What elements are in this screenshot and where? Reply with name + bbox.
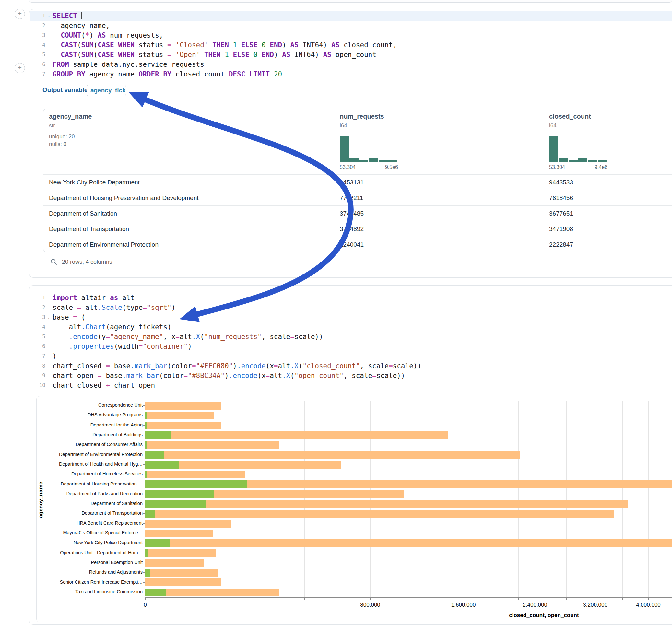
sql-code-editor[interactable]: 1⌄SELECT 2 agency_name,3 COUNT(*) AS num… <box>30 11 672 79</box>
closed_count-bar[interactable] <box>145 441 279 449</box>
table-cell[interactable]: Department of Housing Preservation and D… <box>49 194 199 201</box>
python-line[interactable]: 6 .properties(width="container") <box>30 342 672 351</box>
python-line[interactable]: 1 import altair as alt <box>30 293 672 303</box>
open_count-bar[interactable] <box>145 470 147 478</box>
closed_count-bar[interactable] <box>145 500 628 508</box>
python-line[interactable]: 9 chart_open = base.mark_bar(color="#8BC… <box>30 371 672 381</box>
python-line[interactable]: 2 scale = alt.Scale(type="sqrt") <box>30 303 672 312</box>
add-cell-button-middle[interactable]: + <box>15 63 25 73</box>
open_count-bar[interactable] <box>145 461 179 468</box>
sql-line[interactable]: 3 COUNT(*) AS num_requests, <box>30 30 672 40</box>
column-histogram[interactable] <box>340 137 398 162</box>
python-line[interactable]: 4 alt.Chart(agency_tickets) <box>30 322 672 332</box>
python-line[interactable]: 3⌄base = ( <box>30 312 672 322</box>
closed_count-bar[interactable] <box>145 470 245 478</box>
column-header-num_requests[interactable]: num_requests <box>340 113 384 120</box>
table-cell[interactable]: 2240041 <box>340 241 364 248</box>
x-axis-tick <box>661 598 661 600</box>
table-cell[interactable]: Department of Sanitation <box>49 210 117 217</box>
search-icon[interactable] <box>50 258 57 265</box>
sql-line[interactable]: 4 CAST(SUM(CASE WHEN status = 'Closed' T… <box>30 40 672 50</box>
column-type: i64 <box>549 122 557 129</box>
table-cell[interactable]: 7618456 <box>549 194 573 201</box>
sql-line[interactable]: 6 FROM sample_data.nyc.service_requests <box>30 59 672 69</box>
sql-line[interactable]: 5 CAST(SUM(CASE WHEN status = 'Open' THE… <box>30 50 672 59</box>
closed_count-bar[interactable] <box>145 431 448 439</box>
gutter-spacer <box>45 21 52 30</box>
open_count-bar[interactable] <box>145 431 171 439</box>
table-cell[interactable]: 9443533 <box>549 179 573 186</box>
table-cell[interactable]: 2222847 <box>549 241 573 248</box>
open_count-bar[interactable] <box>145 441 147 449</box>
open_count-bar[interactable] <box>145 510 154 517</box>
x-axis-tick-label: 4,000,000 <box>629 602 668 608</box>
histogram-bar <box>578 158 587 162</box>
python-line[interactable]: 8 chart_closed = base.mark_bar(color="#F… <box>30 361 672 371</box>
add-cell-button-top[interactable]: + <box>15 9 25 19</box>
table-cell[interactable]: 3471908 <box>549 225 573 233</box>
python-code-editor[interactable]: 1 import altair as alt2 scale = alt.Scal… <box>30 293 672 390</box>
y-axis-label: DHS Advantage Programs <box>42 412 143 417</box>
column-header-agency_name[interactable]: agency_name <box>49 113 92 120</box>
open_count-bar[interactable] <box>145 480 247 488</box>
closed_count-bar[interactable] <box>145 569 218 577</box>
closed_count-bar[interactable] <box>145 520 231 528</box>
chart-row <box>145 401 672 411</box>
open_count-bar[interactable] <box>145 549 148 557</box>
open_count-bar[interactable] <box>145 490 214 498</box>
closed_count-bar[interactable] <box>145 549 216 557</box>
open_count-bar[interactable] <box>145 500 206 508</box>
table-cell[interactable]: 7782211 <box>340 194 363 201</box>
chart-row <box>145 411 672 420</box>
code-text: alt.Chart(agency_tickets) <box>52 322 171 332</box>
closed_count-bar[interactable] <box>145 530 213 537</box>
gutter-spacer <box>45 332 52 342</box>
closed_count-bar[interactable] <box>145 402 221 410</box>
closed_count-bar[interactable] <box>145 539 672 547</box>
closed_count-bar[interactable] <box>145 510 614 517</box>
column-histogram[interactable] <box>549 137 607 162</box>
closed_count-bar[interactable] <box>145 579 221 586</box>
closed_count-bar[interactable] <box>145 412 214 419</box>
table-footer-text: 20 rows, 4 columns <box>62 259 112 265</box>
table-cell[interactable]: Department of Transportation <box>49 225 129 233</box>
closed_count-bar[interactable] <box>145 421 221 429</box>
table-cell[interactable]: New York City Police Department <box>49 179 140 186</box>
python-line[interactable]: 7 ) <box>30 351 672 361</box>
output-variable-input[interactable]: agency_tickets <box>87 84 126 96</box>
x-axis-tick <box>340 598 340 600</box>
closed_count-bar[interactable] <box>145 559 204 567</box>
code-text: .encode(y="agency_name", x=alt.X("num_re… <box>52 332 323 342</box>
sql-line[interactable]: 7 GROUP BY agency_name ORDER BY closed_c… <box>30 69 672 79</box>
column-header-closed_count[interactable]: closed_count <box>549 113 591 120</box>
python-line[interactable]: 5 .encode(y="agency_name", x=alt.X("num_… <box>30 332 672 342</box>
open_count-bar[interactable] <box>145 421 147 429</box>
open_count-bar[interactable] <box>145 569 150 577</box>
y-axis-label: Operations Unit - Department of Hom… <box>42 550 143 555</box>
gutter-spacer <box>45 361 52 371</box>
table-footer[interactable]: 20 rows, 4 columns <box>50 258 112 265</box>
chart-row <box>145 519 672 529</box>
x-axis-tick <box>595 598 596 600</box>
open_count-bar[interactable] <box>145 451 164 459</box>
y-axis-label: Refunds and Adjustments <box>42 570 143 575</box>
table-cell[interactable]: 3774892 <box>340 225 364 233</box>
fold-chevron-icon[interactable]: ⌄ <box>45 312 52 322</box>
open_count-bar[interactable] <box>145 412 147 419</box>
gutter-spacer <box>45 381 52 390</box>
table-cell[interactable]: Department of Environmental Protection <box>49 241 159 248</box>
line-number: 6 <box>30 59 45 69</box>
python-line[interactable]: 10 chart_closed + chart_open <box>30 381 672 390</box>
open_count-bar[interactable] <box>145 539 170 547</box>
sql-line[interactable]: 2 agency_name, <box>30 21 672 30</box>
closed_count-bar[interactable] <box>145 451 520 459</box>
table-cell[interactable]: 3749485 <box>340 210 364 217</box>
fold-chevron-icon[interactable]: ⌄ <box>45 11 52 21</box>
sql-line[interactable]: 1⌄SELECT <box>30 11 672 21</box>
table-cell[interactable]: 9453131 <box>340 179 364 186</box>
table-cell[interactable]: 3677651 <box>549 210 573 217</box>
gutter-spacer <box>45 30 52 40</box>
gutter-spacer <box>45 322 52 332</box>
open_count-bar[interactable] <box>145 588 166 596</box>
y-axis-label: Department for the Aging <box>42 422 143 428</box>
